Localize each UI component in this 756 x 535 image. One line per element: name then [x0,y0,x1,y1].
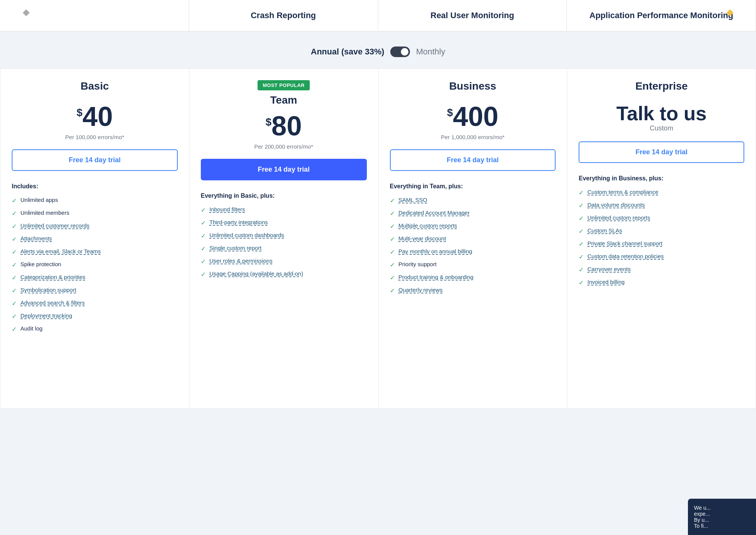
price-amount-business: 400 [453,103,498,130]
billing-toggle-switch[interactable] [390,47,410,57]
feature-link[interactable]: Multiple custom reports [399,222,457,229]
plan-price-team: $ 80 [201,112,367,140]
check-icon: ✓ [12,236,17,243]
feature-link[interactable]: SAML SSO [399,197,427,203]
plan-subtitle-basic: Per 100,000 errors/mo* [12,134,178,140]
check-icon: ✓ [390,274,395,281]
plans-grid: Basic $ 40 Per 100,000 errors/mo*Free 14… [0,68,756,409]
plan-name-enterprise: Enterprise [635,80,688,92]
check-icon: ✓ [12,248,17,256]
diamond-right-icon: ◆ [727,7,733,17]
feature-link[interactable]: Custom data retention policies [587,253,664,259]
check-icon: ✓ [579,189,584,196]
top-navigation: ◆ Crash Reporting Real User Monitoring A… [0,0,756,31]
check-icon: ✓ [12,223,17,230]
feature-link[interactable]: Categorization & priorities [20,274,85,280]
billing-toggle-section: Annual (save 33%) Monthly [0,31,756,68]
feature-link[interactable]: Custom terms & compliance [587,189,658,195]
check-icon: ✓ [579,240,584,248]
feature-link[interactable]: Deployment tracking [20,312,72,319]
feature-item: ✓ Third-party integrations [201,219,367,226]
feature-link[interactable]: Inbound filters [210,206,245,212]
feature-link[interactable]: Carryover events [587,266,630,272]
feature-link[interactable]: Unlimited customer records [20,222,90,229]
feature-list-team: ✓ Inbound filters ✓ Third-party integrat… [201,206,367,278]
check-icon: ✓ [390,197,395,204]
feature-item: ✓ Carryover events [579,266,744,273]
tab-crash-reporting[interactable]: Crash Reporting [189,0,378,31]
trial-btn-business[interactable]: Free 14 day trial [390,149,556,171]
feature-link[interactable]: Alerts via email, Slack or Teams [20,248,101,254]
feature-link[interactable]: Third-party integrations [210,219,268,225]
feature-item: ✓ Unlimited custom reports [579,214,744,222]
feature-link[interactable]: User roles & permissions [210,257,273,264]
feature-text: Unlimited members [20,209,69,216]
check-icon: ✓ [579,253,584,261]
feature-item: ✓ Custom data retention policies [579,253,744,261]
feature-item: ✓ Dedicated Account Manager [390,209,556,217]
includes-header-business: Everything in Team, plus: [390,183,556,190]
chat-widget[interactable]: We u...expe...By u...To fi... [688,499,756,535]
trial-btn-basic[interactable]: Free 14 day trial [12,149,178,171]
check-icon: ✓ [579,228,584,235]
feature-link[interactable]: Multi-year discount [399,235,446,242]
feature-link[interactable]: Usage Capping (available as add-on) [210,270,303,277]
includes-header-enterprise: Everything in Business, plus: [579,175,744,182]
feature-item: ✓ Data volume discounts [579,202,744,209]
chat-widget-text: We u...expe...By u...To fi... [694,505,711,529]
feature-item: ✓ SAML SSO [390,197,556,204]
feature-item: ✓ Advanced search & filters [12,299,178,307]
most-popular-badge: MOST POPULAR [258,80,310,90]
price-dollar-team: $ [265,116,272,128]
feature-link[interactable]: Data volume discounts [587,202,645,208]
feature-link[interactable]: Private Slack channel support [587,240,662,247]
trial-btn-team[interactable]: Free 14 day trial [201,159,367,180]
feature-item: ✓ Categorization & priorities [12,274,178,281]
price-amount-team: 80 [272,112,302,140]
includes-header-team: Everything in Basic, plus: [201,192,367,199]
price-amount-basic: 40 [82,103,113,130]
feature-item: ✓ Single custom report [201,245,367,252]
feature-link[interactable]: Advanced search & filters [20,299,85,306]
check-icon: ✓ [12,300,17,307]
feature-item: ✓ Usage Capping (available as add-on) [201,270,367,278]
check-icon: ✓ [390,223,395,230]
feature-item: ✓ Inbound filters [201,206,367,214]
check-icon: ✓ [201,258,206,265]
feature-link[interactable]: Product training & onboarding [399,274,473,280]
plan-subtitle-team: Per 200,000 errors/mo* [201,143,367,150]
feature-link[interactable]: Invoiced billing [587,279,624,285]
feature-link[interactable]: Unlimited custom dashboards [210,232,284,238]
feature-text: Spike protection [20,261,61,267]
plan-header-enterprise: Enterprise [579,80,744,103]
check-icon: ✓ [201,219,206,226]
feature-link[interactable]: Quarterly reviews [399,287,443,293]
feature-item: ✓ Multi-year discount [390,235,556,243]
check-icon: ✓ [12,326,17,333]
plan-name-business: Business [449,80,497,92]
plan-price-custom-enterprise: Custom [579,124,744,132]
feature-item: ✓ Deployment tracking [12,312,178,320]
feature-item: ✓ Unlimited custom dashboards [201,232,367,239]
feature-link[interactable]: Unlimited custom reports [587,214,650,221]
check-icon: ✓ [12,313,17,320]
feature-link[interactable]: Single custom report [210,245,262,251]
feature-link[interactable]: Dedicated Account Manager [399,209,470,216]
feature-link[interactable]: Custom SLAs [587,227,622,234]
feature-item: ✓ Multiple custom reports [390,222,556,230]
diamond-left-icon: ◆ [23,7,29,17]
monthly-billing-label: Monthly [416,47,445,57]
feature-link[interactable]: Attachments [20,235,52,242]
check-icon: ✓ [12,197,17,204]
feature-link[interactable]: Symbolication support [20,287,76,293]
plan-header-basic: Basic [12,80,178,103]
trial-btn-enterprise[interactable]: Free 14 day trial [579,141,744,163]
plan-name-team: Team [270,94,297,106]
check-icon: ✓ [579,279,584,286]
tab-rum[interactable]: Real User Monitoring [378,0,567,31]
check-icon: ✓ [579,266,584,273]
feature-item: ✓ Attachments [12,235,178,243]
feature-link[interactable]: Pay monthly on annual billing [399,248,472,254]
check-icon: ✓ [390,248,395,256]
plan-header-business: Business [390,80,556,103]
